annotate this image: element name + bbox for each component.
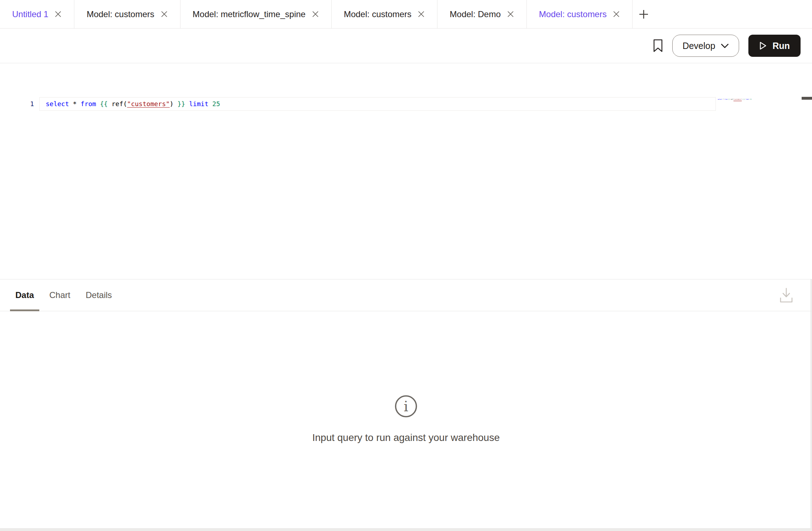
run-label: Run [772,41,790,51]
tab-model-metricflow-time-spine[interactable]: Model: metricflow_time_spine [180,0,332,28]
sql-editor[interactable]: 1 select * from {{ ref("customers") }} l… [0,64,812,279]
bookmark-button[interactable] [653,39,663,53]
plus-icon [638,9,649,20]
code-token: select [46,100,73,108]
code-token: }} [178,100,189,108]
code-token-ref-link[interactable]: "customers" [733,99,742,100]
bookmark-icon [653,39,663,53]
develop-dropdown-button[interactable]: Develop [672,35,739,57]
results-scrollbar-track[interactable] [811,279,812,528]
new-tab-button[interactable] [633,0,655,28]
tab-label: Untitled 1 [12,9,48,19]
code-token: * [73,100,81,108]
tab-label: Model: customers [344,9,411,19]
tab-label: Model: Demo [450,9,501,19]
svg-text:i: i [404,398,409,415]
toolbar: Develop Run [0,29,812,63]
ide-window: Untitled 1 Model: customers Model: metri… [0,0,812,531]
close-icon[interactable] [160,10,168,18]
tab-model-customers-2[interactable]: Model: customers [332,0,437,28]
tab-data[interactable]: Data [10,279,39,311]
empty-state-message: Input query to run against your warehous… [0,432,812,443]
close-icon[interactable] [312,10,319,18]
tab-label: Model: customers [539,9,606,19]
close-icon[interactable] [417,10,425,18]
close-icon[interactable] [54,10,62,18]
code-token: from [81,100,100,108]
editor-tab-bar: Untitled 1 Model: customers Model: metri… [0,0,812,29]
develop-label: Develop [683,41,716,51]
info-icon: i [394,394,418,418]
download-icon [779,286,793,304]
code-line[interactable]: select * from {{ ref("customers") }} lim… [46,97,220,111]
code-token: {{ [100,100,112,108]
code-token-ref-link[interactable]: "customers" [127,100,170,108]
chevron-down-icon [721,44,729,48]
tab-chart[interactable]: Chart [44,279,76,311]
tab-label: Model: customers [86,9,154,19]
code-token: ) [170,100,178,108]
tab-model-demo[interactable]: Model: Demo [437,0,527,28]
code-token: 25 [212,100,220,108]
minimap[interactable]: select * from {{ ref("customers") }} lim… [718,98,757,101]
tab-model-customers-1[interactable]: Model: customers [74,0,180,28]
code-token: select [718,99,723,100]
code-token: 25 [750,99,752,100]
line-number: 1 [0,97,34,111]
close-icon[interactable] [507,10,514,18]
window-bottom-edge [0,528,812,531]
run-button[interactable]: Run [748,35,801,57]
play-icon [759,41,767,50]
code-token: limit [746,99,750,100]
code-token: ref( [112,100,127,108]
scrollbar-cursor-marker[interactable] [802,97,812,100]
tab-label: Model: metricflow_time_spine [193,9,306,19]
tab-model-customers-3[interactable]: Model: customers [527,0,633,28]
download-results-button[interactable] [778,286,794,304]
tab-details[interactable]: Details [80,279,117,311]
results-empty-state: i Input query to run against your wareho… [0,394,812,443]
tab-untitled-1[interactable]: Untitled 1 [0,0,74,28]
code-token: limit [189,100,212,108]
close-icon[interactable] [613,10,620,18]
code-token: from [724,99,728,100]
results-tab-bar: Data Chart Details [0,279,812,311]
